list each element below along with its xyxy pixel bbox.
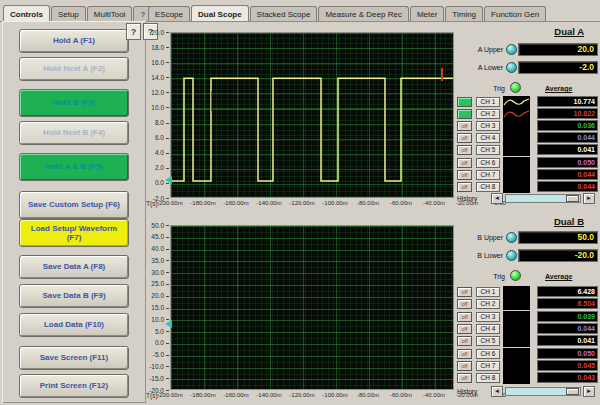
b-lower-value[interactable]: -20.0 bbox=[518, 249, 598, 262]
a-lower-knob[interactable] bbox=[506, 62, 517, 73]
channel-toggle-off[interactable]: off bbox=[457, 133, 472, 143]
y-axis-tick-label: 14.0 bbox=[126, 74, 164, 81]
channel-button[interactable]: CH 4 bbox=[476, 324, 500, 334]
dual-b-title: Dual B bbox=[554, 216, 584, 227]
channel-average-value: 0.036 bbox=[537, 120, 598, 131]
y-axis-tick-label: 10.0 bbox=[126, 104, 164, 111]
tab-timing[interactable]: Timing bbox=[445, 6, 483, 21]
b-upper-label: B Upper bbox=[455, 234, 503, 241]
tab-controls[interactable]: Controls bbox=[3, 5, 50, 21]
channel-button[interactable]: CH 3 bbox=[476, 121, 500, 131]
history-slider-handle[interactable] bbox=[566, 195, 579, 202]
tab-function-gen[interactable]: Function Gen bbox=[484, 6, 546, 21]
channel-button[interactable]: CH 5 bbox=[476, 145, 500, 155]
b-lower-knob[interactable] bbox=[506, 250, 517, 261]
tab-escope[interactable]: EScope bbox=[148, 6, 190, 21]
a-upper-knob[interactable] bbox=[506, 44, 517, 55]
channel-button[interactable]: CH 6 bbox=[476, 158, 500, 168]
sidebar-button-save-data-a-f8-[interactable]: Save Data A (F8) bbox=[19, 255, 129, 279]
a-lower-value[interactable]: -2.0 bbox=[518, 61, 598, 74]
y-axis-tick bbox=[166, 343, 169, 344]
sidebar-button-save-custom-setup-f6-[interactable]: Save Custom Setup (F6) bbox=[19, 191, 129, 219]
channel-toggle-on[interactable] bbox=[457, 109, 472, 119]
y-axis-tick bbox=[166, 249, 169, 250]
channel-toggle-off[interactable]: off bbox=[457, 361, 472, 371]
tab-meter[interactable]: Meter bbox=[410, 6, 444, 21]
channel-toggle-off[interactable]: off bbox=[457, 158, 472, 168]
sidebar-button-print-screen-f12-[interactable]: Print Screen (F12) bbox=[19, 374, 129, 398]
y-axis-tick-label: 16.0 bbox=[126, 59, 164, 66]
tab-multitool[interactable]: MultiTool bbox=[87, 6, 133, 21]
sidebar-button-save-data-b-f9-[interactable]: Save Data B (F9) bbox=[19, 284, 129, 308]
channel-toggle-off[interactable]: off bbox=[457, 287, 472, 297]
y-axis-tick-label: 20.0 bbox=[126, 292, 164, 299]
channel-toggle-on[interactable] bbox=[457, 97, 472, 107]
channel-toggle-off[interactable]: off bbox=[457, 324, 472, 334]
channel-toggle-off[interactable]: off bbox=[457, 336, 472, 346]
channel-row: CH 110.774 bbox=[455, 96, 600, 108]
y-axis-tick-label: 12.0 bbox=[126, 89, 164, 96]
sidebar-button-hold-next-a-f2-[interactable]: Hold Next A (F2) bbox=[19, 57, 129, 81]
channel-row: offCH 30.039 bbox=[455, 311, 600, 323]
tab-stacked-scope[interactable]: Stacked Scope bbox=[250, 6, 318, 21]
channel-button[interactable]: CH 2 bbox=[476, 299, 500, 309]
y-axis-tick bbox=[166, 32, 169, 33]
channel-button[interactable]: CH 8 bbox=[476, 182, 500, 192]
a-upper-value[interactable]: 20.0 bbox=[518, 43, 598, 56]
tab-setup[interactable]: Setup bbox=[51, 6, 86, 21]
channel-button[interactable]: CH 6 bbox=[476, 349, 500, 359]
channel-wave-blank bbox=[503, 120, 530, 132]
channel-toggle-off[interactable]: off bbox=[457, 145, 472, 155]
y-axis-tick bbox=[166, 378, 169, 379]
average-header: Average bbox=[545, 273, 572, 280]
sidebar-button-hold-a-b-f5-[interactable]: Hold A & B (F5) bbox=[19, 153, 129, 181]
channel-toggle-off[interactable]: off bbox=[457, 312, 472, 322]
channel-row: offCH 70.044 bbox=[455, 169, 600, 181]
channel-toggle-off[interactable]: off bbox=[457, 349, 472, 359]
sidebar-button-load-data-f10-[interactable]: Load Data (F10) bbox=[19, 313, 129, 337]
channel-toggle-off[interactable]: off bbox=[457, 121, 472, 131]
channel-button[interactable]: CH 7 bbox=[476, 170, 500, 180]
left-tab-group: ControlsSetupMultiTool? bbox=[3, 2, 153, 21]
channel-row: offCH 60.050 bbox=[455, 157, 600, 169]
y-axis-tick bbox=[166, 366, 169, 367]
y-axis-tick-label: 25.0 bbox=[126, 280, 164, 287]
sidebar-button-load-setup-waveform-f7-[interactable]: Load Setup/ Waveform (F7) bbox=[19, 219, 129, 247]
channel-button[interactable]: CH 4 bbox=[476, 133, 500, 143]
history-slider-track[interactable] bbox=[505, 387, 581, 396]
tab-dual-scope[interactable]: Dual Scope bbox=[191, 5, 249, 21]
channel-button[interactable]: CH 5 bbox=[476, 336, 500, 346]
history-left-arrow-icon[interactable]: ◄ bbox=[491, 386, 503, 397]
channel-button[interactable]: CH 1 bbox=[476, 287, 500, 297]
tab-measure-deep-rec[interactable]: Measure & Deep Rec bbox=[318, 6, 408, 21]
sidebar-button-hold-b-f3-[interactable]: Hold B (F3) bbox=[19, 89, 129, 117]
scope-a-plot bbox=[170, 32, 454, 198]
y-axis-tick-label: 20.0 bbox=[126, 29, 164, 36]
sidebar-button-hold-next-b-f4-[interactable]: Hold Next B (F4) bbox=[19, 121, 129, 145]
y-axis-tick-label: 50.0 bbox=[126, 222, 164, 229]
trigger-level-arrow-icon[interactable] bbox=[165, 176, 172, 184]
channel-toggle-off[interactable]: off bbox=[457, 299, 472, 309]
channel-wave-blank bbox=[503, 181, 530, 193]
dual-a-title: Dual A bbox=[554, 26, 584, 37]
channel-toggle-off[interactable]: off bbox=[457, 170, 472, 180]
sidebar-button-save-screen-f11-[interactable]: Save Screen (F11) bbox=[19, 346, 129, 370]
trigger-level-arrow-icon[interactable] bbox=[165, 320, 172, 328]
sidebar-button-hold-a-f1-[interactable]: Hold A (F1) bbox=[19, 29, 129, 53]
history-right-arrow-icon[interactable]: ► bbox=[583, 386, 595, 397]
channel-button[interactable]: CH 7 bbox=[476, 361, 500, 371]
channel-button[interactable]: CH 1 bbox=[476, 97, 500, 107]
channel-button[interactable]: CH 3 bbox=[476, 312, 500, 322]
history-slider-track[interactable] bbox=[505, 194, 581, 203]
y-axis-tick-label: -10.0 bbox=[126, 363, 164, 370]
history-left-arrow-icon[interactable]: ◄ bbox=[491, 193, 503, 204]
channel-button[interactable]: CH 8 bbox=[476, 373, 500, 383]
b-upper-knob[interactable] bbox=[506, 232, 517, 243]
channel-average-value: 0.041 bbox=[537, 144, 598, 155]
history-slider-handle[interactable] bbox=[566, 388, 579, 395]
b-upper-value[interactable]: 50.0 bbox=[518, 231, 598, 244]
channel-toggle-off[interactable]: off bbox=[457, 182, 472, 192]
channel-toggle-off[interactable]: off bbox=[457, 373, 472, 383]
history-right-arrow-icon[interactable]: ► bbox=[583, 193, 595, 204]
channel-button[interactable]: CH 2 bbox=[476, 109, 500, 119]
